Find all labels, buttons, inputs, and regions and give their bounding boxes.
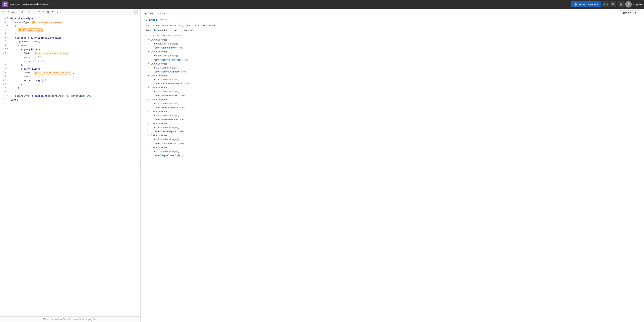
formatted-radio[interactable]: Formatted: [154, 29, 168, 31]
code-line: 16 operator: "<=",: [0, 75, 140, 79]
code-line: 3 ▼ fields: {: [0, 24, 140, 28]
csa-customer-node: ▼CSA Customerid 19 (Number (Integer))nam…: [148, 122, 640, 133]
csa-customer-label: CSA Customer: [150, 38, 167, 42]
test-rule-button[interactable]: TEST RULE: [619, 10, 640, 16]
tree-root-node: ▼ List of CSA Customer - 10 items: [145, 33, 640, 37]
csa-customer-node: ▼CSA Customerid 6 (Number (Integer))name…: [148, 38, 640, 50]
tree-expand-icon[interactable]: ▼: [148, 38, 150, 42]
topbar-actions: 💾 SAVE CHANGES ⚙ ▾ 🔍 ⊞ A appian: [572, 1, 642, 7]
settings-button[interactable]: ⚙ ▾: [602, 1, 608, 7]
raw-radio[interactable]: Raw: [170, 29, 178, 31]
chevron-right-icon: ▶: [145, 12, 147, 15]
svg-rect-3: [5, 4, 6, 6]
tree-expand-icon[interactable]: ▼: [148, 62, 150, 65]
tree-expand-icon[interactable]: ▼: [148, 110, 150, 113]
grid-button[interactable]: ⊞: [618, 1, 624, 7]
code-line: 20 ),: [0, 90, 140, 94]
editor-panel: ✏ ≡ ☰ ⋯ /* 🔍 ↔ ⇌ ƒ π ⚑ ⊟ ? 1 ▼ a!queryRe…: [0, 9, 140, 322]
csa-customer-node: ▼CSA Customerid 17 (Number (Integer))nam…: [148, 98, 640, 110]
indent-icon[interactable]: ⋯: [16, 10, 20, 14]
csa-customer-header: ▼CSA Customer: [148, 98, 640, 102]
topbar: getOpenCasesCreatedThisWeek 💾 SAVE CHANG…: [0, 0, 644, 9]
code-line: 9 ▼ a!queryFilter(: [0, 48, 140, 52]
customer-name-row: name "Michelle Foster" (Text): [154, 118, 640, 122]
list-icon[interactable]: ≡: [6, 10, 10, 14]
main-layout: ✏ ≡ ☰ ⋯ /* 🔍 ↔ ⇌ ƒ π ⚑ ⊟ ? 1 ▼ a!queryRe…: [0, 9, 644, 322]
csa-customer-header: ▼CSA Customer: [148, 74, 640, 78]
csa-customer-node: ▼CSA Customerid 11 (Number (Integer))nam…: [148, 62, 640, 74]
search-button[interactable]: 🔍: [610, 1, 616, 7]
csa-customer-header: ▼CSA Customer: [148, 62, 640, 66]
time-value: 68 ms: [153, 24, 159, 27]
avatar[interactable]: A: [625, 1, 632, 7]
arrows-icon[interactable]: ⇌: [37, 10, 41, 14]
csa-customer-header: ▼CSA Customer: [148, 86, 640, 90]
customer-name-row: name "Pamela Sanders" (Text): [154, 70, 640, 74]
tree-collapse-icon[interactable]: ▼: [145, 34, 147, 37]
formula-icon[interactable]: ƒ: [41, 10, 45, 14]
panel-divider[interactable]: [140, 9, 142, 322]
db-icon[interactable]: ⊟: [56, 10, 60, 14]
customer-tree: ▼CSA Customerid 6 (Number (Integer))name…: [145, 38, 640, 158]
csa-customer-header: ▼CSA Customer: [148, 50, 640, 54]
test-inputs-header[interactable]: ▶ Test Inputs: [145, 11, 640, 15]
svg-rect-1: [5, 3, 6, 4]
tree-expand-icon[interactable]: ▼: [148, 86, 150, 89]
display-mode-radio-group: Formatted Raw Expression: [154, 29, 194, 31]
tree-expand-icon[interactable]: ▼: [148, 134, 150, 137]
csa-customer-label: CSA Customer: [150, 110, 167, 114]
code-editor[interactable]: 1 ▼ a!queryRecordType( 2 recordType: rec…: [0, 15, 140, 317]
editor-footer-hint: Place cursor on function, rule, or const…: [0, 317, 140, 322]
code-line: 7 operator: "AND",: [0, 40, 140, 44]
customer-id-row: id 11 (Number (Integer)): [154, 66, 640, 70]
customer-id-row: id 17 (Number (Integer)): [154, 102, 640, 106]
customer-id-row: id 18 (Number (Integer)): [154, 114, 640, 118]
tree-expand-icon[interactable]: ▼: [148, 122, 150, 125]
tree-expand-icon[interactable]: ▼: [148, 98, 150, 101]
search-icon[interactable]: 🔍: [27, 10, 31, 14]
comment-icon[interactable]: /*: [20, 10, 24, 14]
csa-customer-header: ▼CSA Customer: [148, 122, 640, 126]
value-radio-row: Value Formatted Raw Expression: [145, 29, 640, 31]
csa-customer-node: ▼CSA Customerid 12 (Number (Integer))nam…: [148, 74, 640, 86]
svg-rect-0: [4, 3, 5, 4]
save-changes-button[interactable]: 💾 SAVE CHANGES: [572, 1, 601, 7]
customer-id-row: id 20 (Number (Integer)): [154, 137, 640, 141]
test-output-header[interactable]: ▼ Test Output: [145, 18, 640, 22]
customer-name-row: name "Daniel Lewis" (Text): [154, 46, 640, 50]
customer-name-row: name "Jessica Peterson" (Text): [154, 58, 640, 62]
code-line: 5 },: [0, 32, 140, 36]
tree-expand-icon[interactable]: ▼: [148, 146, 150, 149]
csa-customer-label: CSA Customer: [150, 86, 167, 90]
tree-expand-icon[interactable]: ▼: [148, 50, 150, 54]
code-line: 12 value: "Closed": [0, 59, 140, 63]
csa-customer-label: CSA Customer: [150, 98, 167, 102]
wrap-icon[interactable]: ↔: [32, 10, 36, 14]
test-panel: ▶ Test Inputs TEST RULE ▼ Test Output Ti…: [142, 9, 644, 322]
test-output-section: ▼ Test Output Time 68 ms (View Performan…: [145, 18, 640, 158]
csa-customer-header: ▼CSA Customer: [148, 146, 640, 150]
code-line: 15 field: CSA Customer.cases.createdon ,: [0, 71, 140, 75]
view-performance-link[interactable]: (View Performance): [162, 24, 183, 27]
flag-icon[interactable]: ⚑: [51, 10, 55, 14]
code-line: 19 }: [0, 86, 140, 90]
csa-customer-header: ▼CSA Customer: [148, 133, 640, 137]
customer-name-row: name "Kevin Stewart" (Text): [154, 94, 640, 98]
tree-expand-icon[interactable]: ▼: [148, 74, 150, 78]
csa-customer-node: ▼CSA Customerid 13 (Number (Integer))nam…: [148, 86, 640, 98]
page-title: getOpenCasesCreatedThisWeek: [10, 3, 569, 6]
editor-toolbar: ✏ ≡ ☰ ⋯ /* 🔍 ↔ ⇌ ƒ π ⚑ ⊟ ?: [0, 9, 140, 15]
code-line: 17 value: today()-7: [0, 79, 140, 83]
code-line: 13 ),: [0, 63, 140, 67]
csa-customer-label: CSA Customer: [150, 50, 167, 54]
pencil-icon[interactable]: ✏: [2, 10, 6, 14]
time-label: Time: [145, 24, 150, 27]
code-line: 11 operator: "<>",: [0, 55, 140, 59]
list2-icon[interactable]: ☰: [11, 10, 15, 14]
expression-radio[interactable]: Expression: [180, 29, 194, 31]
svg-rect-2: [4, 4, 5, 6]
code-line: 22 ).data: [0, 98, 140, 102]
help-icon[interactable]: ?: [134, 10, 138, 14]
pi-icon[interactable]: π: [46, 10, 50, 14]
app-logo[interactable]: [2, 1, 8, 7]
